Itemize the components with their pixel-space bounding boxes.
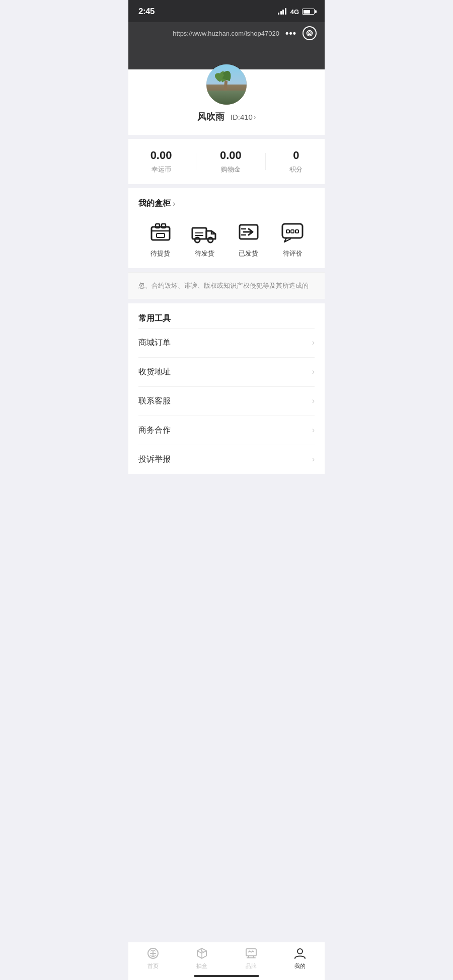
user-info: 风吹雨 ID:410 › [138,111,315,123]
tool-item-complaint[interactable]: 投诉举报 › [138,445,315,474]
network-label: 4G [290,8,299,16]
complaint-label: 投诉举报 [138,454,171,465]
lucky-coins-value: 0.00 [150,149,172,162]
shopping-gold-value: 0.00 [220,149,242,162]
shipped-label: 已发货 [239,249,258,258]
customer-service-label: 联系客服 [138,396,171,406]
pending-ship-icon [191,219,217,245]
tools-section: 常用工具 商城订单 › 收货地址 › 联系客服 › 商务合作 › 投诉举报 › [128,303,325,474]
points-label: 积分 [289,165,303,174]
svg-point-2 [309,33,310,34]
shop-order-arrow-icon: › [312,338,315,347]
status-time: 2:45 [138,7,155,17]
status-icons: 4G [278,8,315,16]
stat-divider-2 [265,153,266,170]
customer-service-arrow-icon: › [312,396,315,405]
locker-items: 待提货 [138,219,315,258]
profile-section: 风吹雨 ID:410 › [128,69,325,135]
svg-rect-16 [282,224,303,238]
svg-rect-7 [157,233,165,237]
tool-item-address[interactable]: 收货地址 › [138,357,315,386]
lucky-coins-label: 幸运币 [152,165,171,174]
status-bar: 2:45 4G [128,0,325,22]
browser-actions: ••• [285,26,317,40]
browser-bar: https://www.huzhan.com/ishop47020 ••• [128,22,325,44]
shop-order-label: 商城订单 [138,338,171,348]
svg-rect-17 [286,230,289,233]
shipped-icon [236,219,262,245]
locker-item-shipped[interactable]: 已发货 [236,219,262,258]
tool-item-business[interactable]: 商务合作 › [138,416,315,445]
pending-ship-label: 待发货 [195,249,214,258]
signal-icon [278,9,286,15]
shopping-gold-label: 购物金 [221,165,241,174]
points-stat: 0 积分 [289,149,303,174]
notice-text: 忽、合约毁坏、诽谤、版权或知识产权侵犯等及其所造成的 [138,281,315,291]
avatar [206,64,247,105]
pickup-label: 待提货 [150,249,170,258]
tool-item-shop-order[interactable]: 商城订单 › [138,328,315,357]
camera-button[interactable] [303,26,317,40]
address-label: 收货地址 [138,367,171,377]
user-id[interactable]: ID:410 › [231,113,256,121]
tools-title: 常用工具 [138,313,315,324]
business-arrow-icon: › [312,426,315,435]
notice-section: 忽、合约毁坏、诽谤、版权或知识产权侵犯等及其所造成的 [128,272,325,299]
locker-item-pickup[interactable]: 待提货 [147,219,174,258]
svg-rect-4 [156,224,160,228]
menu-dots-button[interactable]: ••• [285,28,296,39]
url-bar: https://www.huzhan.com/ishop47020 [167,30,285,37]
user-name: 风吹雨 [197,111,224,123]
locker-header[interactable]: 我的盒柜 › [138,198,315,209]
stat-divider-1 [196,153,196,170]
locker-title: 我的盒柜 [138,198,171,209]
svg-rect-5 [162,224,166,228]
pickup-icon [147,219,174,245]
svg-point-9 [195,237,200,242]
locker-item-pending-ship[interactable]: 待发货 [191,219,217,258]
review-label: 待评价 [283,249,303,258]
battery-icon [302,9,315,15]
svg-rect-19 [295,230,298,233]
stats-section: 0.00 幸运币 0.00 购物金 0 积分 [128,139,325,184]
chevron-right-icon: › [254,113,256,121]
shopping-gold-stat: 0.00 购物金 [220,149,242,174]
business-label: 商务合作 [138,425,171,436]
points-value: 0 [293,149,299,162]
lucky-coins-stat: 0.00 幸运币 [150,149,172,174]
locker-chevron-icon: › [173,199,175,208]
tool-item-customer-service[interactable]: 联系客服 › [138,386,315,416]
locker-item-review[interactable]: 待评价 [279,219,306,258]
locker-section: 我的盒柜 › 待提货 [128,188,325,268]
svg-point-10 [208,237,213,242]
complaint-arrow-icon: › [312,455,315,464]
svg-rect-18 [291,230,294,233]
review-icon [279,219,306,245]
address-arrow-icon: › [312,367,315,376]
avatar-container [138,64,315,105]
